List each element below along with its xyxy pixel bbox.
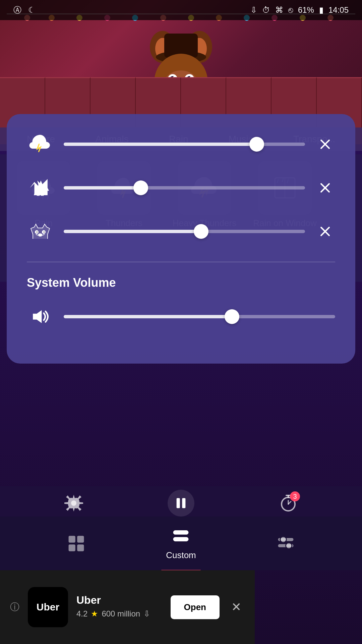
- modal-divider: [27, 262, 335, 262]
- status-bar: Ⓐ ☾ ⇩ ⏱ ⌘ ⎋ 61% ▮ 14:05: [0, 0, 362, 20]
- nav-sliders[interactable]: [277, 534, 295, 553]
- moon-icon: ☾: [28, 5, 36, 15]
- nav-grid[interactable]: [67, 534, 85, 553]
- wifi-icon: ⌘: [275, 5, 283, 15]
- timer-badge: 3: [290, 491, 300, 501]
- uber-rating-row: 4.2 ★ 600 million ⇩: [76, 609, 162, 619]
- uber-app-title: Uber: [76, 594, 162, 606]
- uber-rating: 4.2: [76, 609, 87, 619]
- slider-row-forest: [27, 174, 335, 201]
- svg-rect-55: [173, 530, 189, 535]
- uber-close-button[interactable]: ✕: [228, 597, 245, 618]
- svg-rect-45: [182, 498, 185, 508]
- volume-icon: [27, 303, 54, 330]
- svg-rect-52: [77, 536, 84, 542]
- alarm-icon: ⏱: [262, 5, 270, 15]
- player-bar: 3: [0, 486, 362, 520]
- nav-custom[interactable]: Custom: [166, 527, 196, 560]
- svg-rect-51: [69, 536, 75, 542]
- wolf-icon: [27, 218, 54, 245]
- close-forest-button[interactable]: [315, 178, 335, 198]
- slider-row-system-volume: [27, 303, 335, 330]
- person-icon: Ⓐ: [13, 5, 21, 15]
- signal-bars: ⎋: [288, 5, 293, 15]
- slider-thumb-wolf[interactable]: [194, 224, 208, 239]
- svg-point-39: [39, 234, 42, 236]
- status-right-info: ⇩ ⏱ ⌘ ⎋ 61% ▮ 14:05: [250, 5, 349, 15]
- download-icon: ⇩: [250, 5, 257, 15]
- uber-stars-icon: ★: [91, 609, 98, 619]
- battery-icon: ▮: [319, 5, 323, 15]
- svg-rect-54: [77, 544, 84, 551]
- svg-point-60: [286, 542, 292, 548]
- sound-mixer-modal: System Volume: [7, 114, 355, 364]
- play-pause-button[interactable]: [168, 490, 194, 517]
- svg-point-37: [36, 231, 38, 233]
- uber-open-button[interactable]: Open: [171, 595, 220, 619]
- slider-row-wolf: [27, 218, 335, 245]
- battery-percent: 61%: [298, 5, 314, 15]
- bottom-nav: Custom: [0, 517, 362, 570]
- thunderstorm-icon: [27, 131, 54, 158]
- uber-downloads: 600 million: [102, 609, 140, 619]
- slider-thumb-forest[interactable]: [133, 180, 148, 195]
- slider-track-forest[interactable]: [64, 186, 305, 190]
- slider-track-wolf[interactable]: [64, 230, 305, 233]
- system-volume-label: System Volume: [27, 276, 335, 290]
- clock: 14:05: [328, 5, 349, 15]
- close-thunderstorm-button[interactable]: [315, 134, 335, 154]
- svg-rect-53: [69, 544, 75, 551]
- slider-row-thunderstorm: [27, 131, 335, 158]
- settings-button[interactable]: [60, 490, 87, 517]
- slider-thumb-system-volume[interactable]: [225, 309, 239, 324]
- timer-button[interactable]: 3: [275, 490, 302, 517]
- uber-ad-banner: ⓘ Uber Uber 4.2 ★ 600 million ⇩ Open ✕: [0, 570, 255, 644]
- slider-track-system-volume[interactable]: [64, 315, 335, 318]
- svg-point-38: [43, 231, 45, 233]
- nav-custom-label: Custom: [166, 550, 196, 560]
- svg-marker-42: [33, 310, 42, 323]
- svg-rect-56: [173, 537, 189, 541]
- slider-thumb-thunderstorm[interactable]: [249, 137, 264, 152]
- uber-logo: Uber: [28, 587, 68, 627]
- ad-info-icon[interactable]: ⓘ: [10, 601, 19, 613]
- status-left-icons: Ⓐ ☾: [13, 5, 36, 15]
- close-wolf-button[interactable]: [315, 221, 335, 241]
- uber-download-icon: ⇩: [143, 609, 150, 619]
- slider-track-thunderstorm[interactable]: [64, 143, 305, 146]
- svg-rect-44: [177, 498, 180, 508]
- svg-point-59: [280, 536, 286, 542]
- uber-info-section: Uber 4.2 ★ 600 million ⇩: [76, 594, 162, 620]
- forest-icon: [27, 174, 54, 201]
